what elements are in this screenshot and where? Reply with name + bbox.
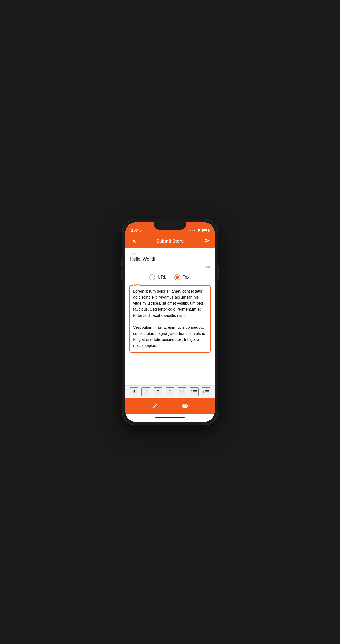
unordered-list-button[interactable] bbox=[190, 387, 199, 396]
signal-dot-3 bbox=[192, 230, 193, 231]
bottom-bar bbox=[125, 398, 215, 414]
svg-rect-6 bbox=[205, 390, 209, 391]
phone-screen: 10:45 ✕ Submit bbox=[125, 222, 215, 422]
svg-text:3: 3 bbox=[203, 392, 204, 394]
battery-fill bbox=[203, 229, 207, 231]
underline-button[interactable]: U bbox=[178, 387, 186, 396]
home-indicator bbox=[125, 414, 215, 422]
quote-button[interactable]: " bbox=[154, 387, 162, 396]
close-button[interactable]: ✕ bbox=[130, 238, 138, 244]
text-option[interactable]: Text bbox=[175, 274, 191, 280]
svg-rect-2 bbox=[193, 393, 197, 394]
title-input[interactable] bbox=[130, 257, 210, 264]
url-option[interactable]: URL bbox=[149, 274, 166, 280]
bold-button[interactable]: B bbox=[129, 387, 138, 396]
text-radio[interactable] bbox=[175, 274, 180, 280]
content-area: Title 13 / 80 URL Text bbox=[125, 248, 215, 386]
battery-icon bbox=[203, 229, 209, 232]
ordered-list-button[interactable]: 1 2 3 bbox=[202, 387, 211, 396]
edit-button[interactable] bbox=[150, 401, 160, 411]
signal-dot-1 bbox=[188, 230, 189, 231]
status-icons bbox=[188, 228, 209, 232]
type-selector: URL Text bbox=[125, 270, 215, 283]
signal-dot-4 bbox=[194, 230, 195, 231]
app-header: ✕ Submit Story bbox=[125, 234, 215, 248]
signal-dot-2 bbox=[190, 230, 191, 231]
status-bar: 10:45 bbox=[125, 222, 215, 234]
formatting-toolbar: B I " T U 1 bbox=[125, 386, 215, 398]
title-label: Title bbox=[130, 252, 210, 256]
wifi-icon bbox=[197, 228, 201, 232]
text-radio-fill bbox=[176, 276, 179, 279]
phone-frame: 10:45 ✕ Submit bbox=[122, 219, 218, 425]
preview-button[interactable] bbox=[180, 401, 190, 411]
text-paragraph-2: Vestibulum fringilla, enim quis consequa… bbox=[133, 324, 207, 349]
url-radio[interactable] bbox=[149, 274, 155, 280]
text-content[interactable]: Lorem ipsum dolor sit amet, consectetur … bbox=[133, 288, 207, 349]
content-spacer bbox=[125, 356, 215, 385]
italic-button[interactable]: I bbox=[141, 387, 150, 396]
svg-rect-8 bbox=[205, 393, 209, 394]
text-field-legend: Text bbox=[133, 283, 140, 287]
title-section: Title bbox=[125, 248, 215, 264]
text-paragraph-1: Lorem ipsum dolor sit amet, consectetur … bbox=[133, 288, 207, 319]
svg-point-3 bbox=[192, 390, 192, 391]
svg-point-5 bbox=[192, 393, 192, 394]
header-title: Submit Story bbox=[156, 238, 184, 244]
status-time: 10:45 bbox=[131, 228, 142, 232]
send-button[interactable] bbox=[202, 238, 210, 244]
svg-rect-1 bbox=[193, 392, 197, 392]
text-label: Text bbox=[183, 275, 191, 280]
svg-rect-7 bbox=[205, 392, 209, 392]
title-char-count: 13 / 80 bbox=[125, 264, 215, 270]
volume-down-button[interactable] bbox=[121, 270, 122, 279]
notch bbox=[154, 222, 186, 230]
volume-up-button[interactable] bbox=[121, 258, 122, 267]
home-bar bbox=[155, 417, 185, 418]
strikethrough-button[interactable]: T bbox=[165, 387, 175, 396]
power-button[interactable] bbox=[218, 266, 219, 280]
text-field-container[interactable]: Text Lorem ipsum dolor sit amet, consect… bbox=[129, 285, 211, 353]
url-label: URL bbox=[157, 275, 166, 280]
signal-icon bbox=[188, 230, 195, 231]
svg-point-4 bbox=[192, 391, 192, 392]
svg-rect-0 bbox=[193, 390, 197, 391]
